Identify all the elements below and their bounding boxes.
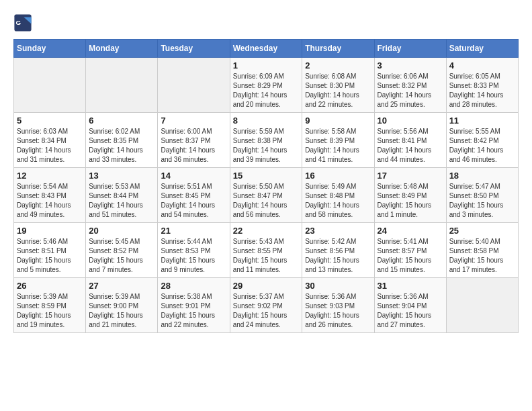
day-content: Sunrise: 5:36 AM Sunset: 9:04 PM Dayligh… — [378, 292, 443, 330]
day-number: 17 — [378, 171, 443, 181]
day-content: Sunrise: 5:56 AM Sunset: 8:41 PM Dayligh… — [378, 127, 443, 165]
day-number: 21 — [161, 226, 226, 236]
logo-icon: G — [13, 13, 32, 32]
day-number: 28 — [161, 281, 226, 291]
calendar-cell: 12Sunrise: 5:54 AM Sunset: 8:43 PM Dayli… — [14, 168, 86, 223]
calendar-cell: 24Sunrise: 5:41 AM Sunset: 8:57 PM Dayli… — [374, 223, 446, 278]
day-content: Sunrise: 6:00 AM Sunset: 8:37 PM Dayligh… — [161, 127, 226, 165]
calendar-cell: 5Sunrise: 6:03 AM Sunset: 8:34 PM Daylig… — [14, 113, 86, 168]
day-content: Sunrise: 6:05 AM Sunset: 8:33 PM Dayligh… — [449, 72, 515, 109]
day-content: Sunrise: 6:08 AM Sunset: 8:30 PM Dayligh… — [305, 72, 371, 109]
calendar-cell: 29Sunrise: 5:37 AM Sunset: 9:02 PM Dayli… — [230, 278, 302, 333]
day-number: 12 — [17, 171, 83, 181]
weekday-header-sunday: Sunday — [14, 40, 86, 58]
day-content: Sunrise: 5:39 AM Sunset: 8:59 PM Dayligh… — [17, 292, 83, 330]
day-number: 11 — [449, 116, 515, 126]
calendar-cell: 2Sunrise: 6:08 AM Sunset: 8:30 PM Daylig… — [302, 58, 374, 113]
day-content: Sunrise: 5:54 AM Sunset: 8:43 PM Dayligh… — [17, 182, 83, 220]
day-number: 19 — [17, 226, 83, 236]
day-number: 24 — [378, 226, 443, 236]
calendar-cell — [14, 58, 86, 113]
calendar-header: SundayMondayTuesdayWednesdayThursdayFrid… — [14, 40, 519, 58]
calendar-week-3: 19Sunrise: 5:46 AM Sunset: 8:51 PM Dayli… — [14, 223, 519, 278]
calendar-cell: 9Sunrise: 5:58 AM Sunset: 8:39 PM Daylig… — [302, 113, 374, 168]
day-content: Sunrise: 6:03 AM Sunset: 8:34 PM Dayligh… — [17, 127, 83, 165]
day-content: Sunrise: 5:58 AM Sunset: 8:39 PM Dayligh… — [305, 127, 371, 165]
day-number: 13 — [89, 171, 154, 181]
day-number: 3 — [378, 60, 443, 71]
day-number: 31 — [378, 281, 443, 291]
weekday-header-tuesday: Tuesday — [158, 40, 230, 58]
day-number: 10 — [378, 116, 443, 126]
calendar-cell: 1Sunrise: 6:09 AM Sunset: 8:29 PM Daylig… — [230, 58, 302, 113]
day-content: Sunrise: 5:39 AM Sunset: 9:00 PM Dayligh… — [89, 292, 154, 330]
calendar-cell: 6Sunrise: 6:02 AM Sunset: 8:35 PM Daylig… — [86, 113, 158, 168]
logo: G — [13, 13, 35, 32]
calendar-body: 1Sunrise: 6:09 AM Sunset: 8:29 PM Daylig… — [14, 58, 519, 333]
calendar-cell — [86, 58, 158, 113]
calendar-cell: 23Sunrise: 5:42 AM Sunset: 8:56 PM Dayli… — [302, 223, 374, 278]
day-content: Sunrise: 5:37 AM Sunset: 9:02 PM Dayligh… — [233, 292, 300, 330]
weekday-header-monday: Monday — [86, 40, 158, 58]
calendar-cell: 17Sunrise: 5:48 AM Sunset: 8:49 PM Dayli… — [374, 168, 446, 223]
day-content: Sunrise: 6:09 AM Sunset: 8:29 PM Dayligh… — [233, 72, 300, 109]
calendar-cell: 7Sunrise: 6:00 AM Sunset: 8:37 PM Daylig… — [158, 113, 230, 168]
day-number: 22 — [233, 226, 300, 236]
day-content: Sunrise: 5:45 AM Sunset: 8:52 PM Dayligh… — [89, 237, 154, 275]
calendar-cell — [446, 278, 518, 333]
day-number: 29 — [233, 281, 300, 291]
day-number: 2 — [305, 60, 371, 71]
day-content: Sunrise: 5:50 AM Sunset: 8:47 PM Dayligh… — [233, 182, 300, 220]
day-number: 8 — [233, 116, 300, 126]
calendar-cell: 11Sunrise: 5:55 AM Sunset: 8:42 PM Dayli… — [446, 113, 518, 168]
day-number: 26 — [17, 281, 83, 291]
calendar-cell: 18Sunrise: 5:47 AM Sunset: 8:50 PM Dayli… — [446, 168, 518, 223]
day-number: 18 — [449, 171, 515, 181]
calendar-cell: 22Sunrise: 5:43 AM Sunset: 8:55 PM Dayli… — [230, 223, 302, 278]
weekday-header-wednesday: Wednesday — [230, 40, 302, 58]
calendar-cell: 20Sunrise: 5:45 AM Sunset: 8:52 PM Dayli… — [86, 223, 158, 278]
svg-text:G: G — [16, 19, 21, 26]
weekday-row: SundayMondayTuesdayWednesdayThursdayFrid… — [14, 40, 519, 58]
day-number: 5 — [17, 116, 83, 126]
day-number: 27 — [89, 281, 154, 291]
day-content: Sunrise: 5:46 AM Sunset: 8:51 PM Dayligh… — [17, 237, 83, 275]
day-content: Sunrise: 5:41 AM Sunset: 8:57 PM Dayligh… — [378, 237, 443, 275]
calendar-cell: 4Sunrise: 6:05 AM Sunset: 8:33 PM Daylig… — [446, 58, 518, 113]
day-content: Sunrise: 5:48 AM Sunset: 8:49 PM Dayligh… — [378, 182, 443, 220]
day-content: Sunrise: 5:51 AM Sunset: 8:45 PM Dayligh… — [161, 182, 226, 220]
calendar-cell: 31Sunrise: 5:36 AM Sunset: 9:04 PM Dayli… — [374, 278, 446, 333]
day-content: Sunrise: 5:42 AM Sunset: 8:56 PM Dayligh… — [305, 237, 371, 275]
day-number: 20 — [89, 226, 154, 236]
calendar-cell: 19Sunrise: 5:46 AM Sunset: 8:51 PM Dayli… — [14, 223, 86, 278]
calendar-cell: 26Sunrise: 5:39 AM Sunset: 8:59 PM Dayli… — [14, 278, 86, 333]
calendar-cell: 3Sunrise: 6:06 AM Sunset: 8:32 PM Daylig… — [374, 58, 446, 113]
calendar-cell: 28Sunrise: 5:38 AM Sunset: 9:01 PM Dayli… — [158, 278, 230, 333]
day-content: Sunrise: 5:43 AM Sunset: 8:55 PM Dayligh… — [233, 237, 300, 275]
day-content: Sunrise: 6:06 AM Sunset: 8:32 PM Dayligh… — [378, 72, 443, 109]
day-number: 7 — [161, 116, 226, 126]
day-content: Sunrise: 5:38 AM Sunset: 9:01 PM Dayligh… — [161, 292, 226, 330]
calendar-cell: 27Sunrise: 5:39 AM Sunset: 9:00 PM Dayli… — [86, 278, 158, 333]
day-number: 16 — [305, 171, 371, 181]
day-content: Sunrise: 5:40 AM Sunset: 8:58 PM Dayligh… — [449, 237, 515, 275]
page-header: G — [13, 13, 519, 32]
day-number: 14 — [161, 171, 226, 181]
calendar-cell: 14Sunrise: 5:51 AM Sunset: 8:45 PM Dayli… — [158, 168, 230, 223]
calendar-cell: 16Sunrise: 5:49 AM Sunset: 8:48 PM Dayli… — [302, 168, 374, 223]
calendar-cell: 25Sunrise: 5:40 AM Sunset: 8:58 PM Dayli… — [446, 223, 518, 278]
day-content: Sunrise: 6:02 AM Sunset: 8:35 PM Dayligh… — [89, 127, 154, 165]
calendar-cell: 15Sunrise: 5:50 AM Sunset: 8:47 PM Dayli… — [230, 168, 302, 223]
calendar-cell: 8Sunrise: 5:59 AM Sunset: 8:38 PM Daylig… — [230, 113, 302, 168]
day-content: Sunrise: 5:47 AM Sunset: 8:50 PM Dayligh… — [449, 182, 515, 220]
day-number: 6 — [89, 116, 154, 126]
calendar-cell: 21Sunrise: 5:44 AM Sunset: 8:53 PM Dayli… — [158, 223, 230, 278]
day-number: 1 — [233, 60, 300, 71]
calendar-week-1: 5Sunrise: 6:03 AM Sunset: 8:34 PM Daylig… — [14, 113, 519, 168]
day-number: 30 — [305, 281, 371, 291]
day-number: 4 — [449, 60, 515, 71]
day-content: Sunrise: 5:59 AM Sunset: 8:38 PM Dayligh… — [233, 127, 300, 165]
calendar-cell: 30Sunrise: 5:36 AM Sunset: 9:03 PM Dayli… — [302, 278, 374, 333]
day-number: 23 — [305, 226, 371, 236]
day-content: Sunrise: 5:53 AM Sunset: 8:44 PM Dayligh… — [89, 182, 154, 220]
